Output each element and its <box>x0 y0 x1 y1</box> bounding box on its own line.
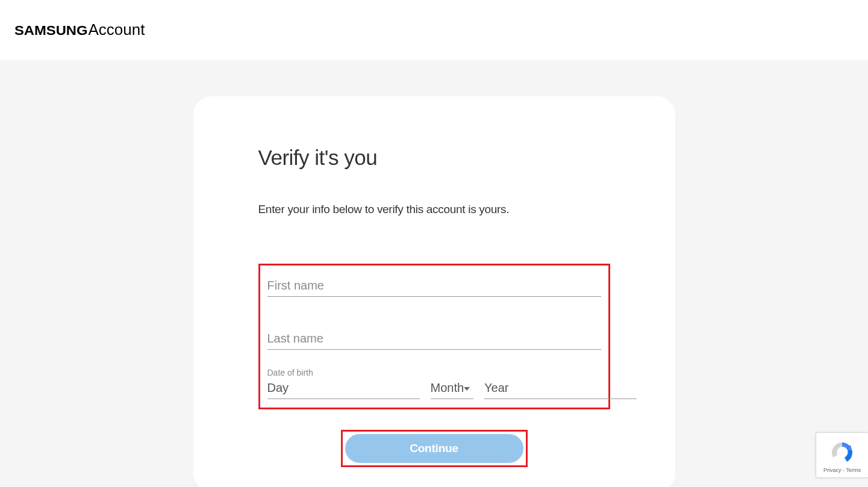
page-title: Verify it's you <box>258 146 610 170</box>
verify-card: Verify it's you Enter your info below to… <box>193 96 675 487</box>
continue-wrap: Continue <box>258 430 610 467</box>
recaptcha-icon <box>830 441 854 465</box>
form-highlight-box: Date of birth Month <box>258 264 610 409</box>
dob-month-select[interactable]: Month <box>431 379 474 399</box>
content-area: Verify it's you Enter your info below to… <box>0 60 868 487</box>
dob-row: Month <box>267 379 601 399</box>
recaptcha-badge[interactable]: Privacy - Terms <box>816 432 868 478</box>
first-name-field[interactable] <box>267 274 601 297</box>
logo: SAMSUNG Account <box>14 20 854 39</box>
product-text: Account <box>88 20 145 39</box>
last-name-wrap <box>267 327 601 350</box>
brand-text: SAMSUNG <box>14 23 87 39</box>
last-name-field[interactable] <box>267 327 601 350</box>
dob-year-field[interactable] <box>484 379 637 399</box>
dob-month-text: Month <box>431 379 464 399</box>
recaptcha-terms-link[interactable]: Terms <box>846 467 861 473</box>
dob-label: Date of birth <box>267 368 601 377</box>
first-name-wrap <box>267 274 601 297</box>
svg-point-0 <box>849 445 851 448</box>
continue-highlight-box: Continue <box>341 430 528 467</box>
chevron-down-icon <box>464 387 470 391</box>
page-subtitle: Enter your info below to verify this acc… <box>258 203 610 216</box>
continue-button[interactable]: Continue <box>345 434 523 463</box>
recaptcha-links: Privacy - Terms <box>823 467 861 473</box>
dob-day-field[interactable] <box>267 379 420 399</box>
header: SAMSUNG Account <box>0 0 868 60</box>
recaptcha-privacy-link[interactable]: Privacy <box>823 467 841 473</box>
